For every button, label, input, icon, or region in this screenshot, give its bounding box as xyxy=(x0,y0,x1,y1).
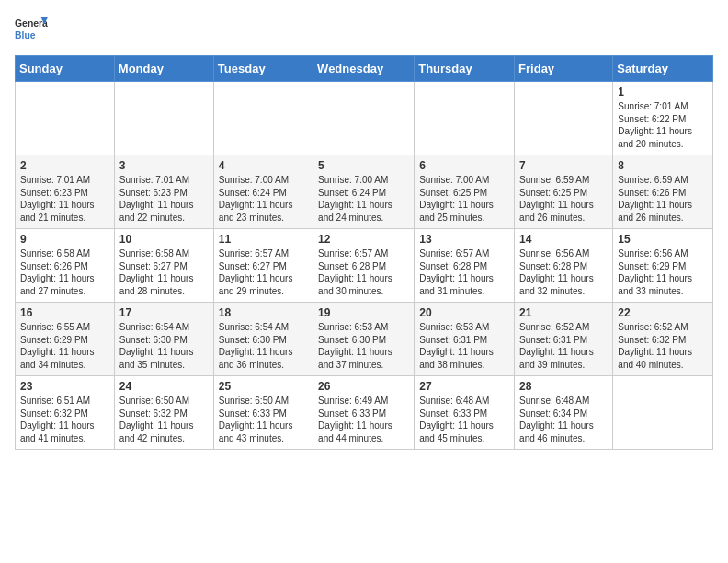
calendar-cell: 5Sunrise: 7:00 AM Sunset: 6:24 PM Daylig… xyxy=(313,155,415,229)
weekday-header-monday: Monday xyxy=(114,56,213,82)
week-row-1: 2Sunrise: 7:01 AM Sunset: 6:23 PM Daylig… xyxy=(16,155,713,229)
week-row-3: 16Sunrise: 6:55 AM Sunset: 6:29 PM Dayli… xyxy=(16,303,713,376)
calendar-cell xyxy=(613,376,713,450)
day-info: Sunrise: 6:51 AM Sunset: 6:32 PM Dayligh… xyxy=(20,395,109,444)
calendar-cell: 14Sunrise: 6:56 AM Sunset: 6:28 PM Dayli… xyxy=(515,229,613,303)
calendar-cell: 26Sunrise: 6:49 AM Sunset: 6:33 PM Dayli… xyxy=(313,376,415,450)
day-info: Sunrise: 6:59 AM Sunset: 6:25 PM Dayligh… xyxy=(519,174,608,224)
day-number: 19 xyxy=(318,306,409,319)
day-number: 5 xyxy=(318,159,409,172)
weekday-header-saturday: Saturday xyxy=(613,56,713,82)
calendar-cell xyxy=(213,82,313,155)
day-info: Sunrise: 6:57 AM Sunset: 6:28 PM Dayligh… xyxy=(419,247,509,297)
day-info: Sunrise: 6:48 AM Sunset: 6:33 PM Dayligh… xyxy=(419,395,509,444)
week-row-4: 23Sunrise: 6:51 AM Sunset: 6:32 PM Dayli… xyxy=(16,376,713,450)
day-number: 20 xyxy=(419,306,509,319)
calendar-cell xyxy=(515,82,613,155)
day-info: Sunrise: 6:57 AM Sunset: 6:27 PM Dayligh… xyxy=(219,247,308,297)
logo: General Blue xyxy=(15,15,48,44)
day-info: Sunrise: 6:52 AM Sunset: 6:32 PM Dayligh… xyxy=(618,321,708,371)
logo-icon: General Blue xyxy=(15,15,48,44)
day-info: Sunrise: 6:53 AM Sunset: 6:31 PM Dayligh… xyxy=(419,321,509,371)
day-info: Sunrise: 6:48 AM Sunset: 6:34 PM Dayligh… xyxy=(519,395,608,444)
calendar-cell xyxy=(114,82,213,155)
calendar-cell xyxy=(415,82,515,155)
day-number: 12 xyxy=(318,233,409,246)
day-number: 27 xyxy=(419,380,509,393)
weekday-header-tuesday: Tuesday xyxy=(213,56,313,82)
day-number: 22 xyxy=(618,306,708,319)
calendar-cell: 6Sunrise: 7:00 AM Sunset: 6:25 PM Daylig… xyxy=(415,155,515,229)
calendar-cell: 10Sunrise: 6:58 AM Sunset: 6:27 PM Dayli… xyxy=(114,229,213,303)
calendar-cell xyxy=(313,82,415,155)
calendar-cell: 4Sunrise: 7:00 AM Sunset: 6:24 PM Daylig… xyxy=(213,155,313,229)
calendar-cell: 17Sunrise: 6:54 AM Sunset: 6:30 PM Dayli… xyxy=(114,303,213,376)
weekday-header-wednesday: Wednesday xyxy=(313,56,415,82)
calendar-cell: 22Sunrise: 6:52 AM Sunset: 6:32 PM Dayli… xyxy=(613,303,713,376)
day-info: Sunrise: 6:58 AM Sunset: 6:27 PM Dayligh… xyxy=(119,247,209,297)
day-info: Sunrise: 6:58 AM Sunset: 6:26 PM Dayligh… xyxy=(20,247,109,297)
day-number: 13 xyxy=(419,233,509,246)
day-number: 4 xyxy=(219,159,308,172)
day-number: 16 xyxy=(20,306,109,319)
day-info: Sunrise: 7:01 AM Sunset: 6:23 PM Dayligh… xyxy=(20,174,109,224)
day-info: Sunrise: 7:00 AM Sunset: 6:25 PM Dayligh… xyxy=(419,174,509,224)
day-info: Sunrise: 7:01 AM Sunset: 6:23 PM Dayligh… xyxy=(119,174,209,224)
day-number: 18 xyxy=(219,306,308,319)
day-info: Sunrise: 6:57 AM Sunset: 6:28 PM Dayligh… xyxy=(318,247,409,297)
calendar-cell: 12Sunrise: 6:57 AM Sunset: 6:28 PM Dayli… xyxy=(313,229,415,303)
week-row-0: 1Sunrise: 7:01 AM Sunset: 6:22 PM Daylig… xyxy=(16,82,713,155)
day-number: 8 xyxy=(618,159,708,172)
day-number: 7 xyxy=(519,159,608,172)
day-info: Sunrise: 6:53 AM Sunset: 6:30 PM Dayligh… xyxy=(318,321,409,371)
calendar-cell: 24Sunrise: 6:50 AM Sunset: 6:32 PM Dayli… xyxy=(114,376,213,450)
day-number: 1 xyxy=(618,86,708,98)
day-info: Sunrise: 6:52 AM Sunset: 6:31 PM Dayligh… xyxy=(519,321,608,371)
day-info: Sunrise: 7:01 AM Sunset: 6:22 PM Dayligh… xyxy=(618,100,708,150)
day-number: 26 xyxy=(318,380,409,393)
day-number: 25 xyxy=(219,380,308,393)
day-info: Sunrise: 6:56 AM Sunset: 6:28 PM Dayligh… xyxy=(519,247,608,297)
calendar-cell: 25Sunrise: 6:50 AM Sunset: 6:33 PM Dayli… xyxy=(213,376,313,450)
day-info: Sunrise: 6:50 AM Sunset: 6:32 PM Dayligh… xyxy=(119,395,209,444)
day-number: 15 xyxy=(618,233,708,246)
day-number: 10 xyxy=(119,233,209,246)
day-info: Sunrise: 6:55 AM Sunset: 6:29 PM Dayligh… xyxy=(20,321,109,371)
day-info: Sunrise: 7:00 AM Sunset: 6:24 PM Dayligh… xyxy=(318,174,409,224)
page-header: General Blue xyxy=(15,15,713,44)
calendar-cell: 9Sunrise: 6:58 AM Sunset: 6:26 PM Daylig… xyxy=(16,229,115,303)
weekday-header-friday: Friday xyxy=(515,56,613,82)
day-number: 11 xyxy=(219,233,308,246)
weekday-header-sunday: Sunday xyxy=(16,56,115,82)
weekday-header-thursday: Thursday xyxy=(415,56,515,82)
week-row-2: 9Sunrise: 6:58 AM Sunset: 6:26 PM Daylig… xyxy=(16,229,713,303)
day-number: 9 xyxy=(20,233,109,246)
calendar-cell: 21Sunrise: 6:52 AM Sunset: 6:31 PM Dayli… xyxy=(515,303,613,376)
day-info: Sunrise: 6:59 AM Sunset: 6:26 PM Dayligh… xyxy=(618,174,708,224)
calendar-cell: 8Sunrise: 6:59 AM Sunset: 6:26 PM Daylig… xyxy=(613,155,713,229)
calendar-cell: 11Sunrise: 6:57 AM Sunset: 6:27 PM Dayli… xyxy=(213,229,313,303)
day-number: 23 xyxy=(20,380,109,393)
calendar-cell: 19Sunrise: 6:53 AM Sunset: 6:30 PM Dayli… xyxy=(313,303,415,376)
day-number: 21 xyxy=(519,306,608,319)
calendar-cell: 2Sunrise: 7:01 AM Sunset: 6:23 PM Daylig… xyxy=(16,155,115,229)
day-number: 3 xyxy=(119,159,209,172)
calendar-cell: 15Sunrise: 6:56 AM Sunset: 6:29 PM Dayli… xyxy=(613,229,713,303)
day-info: Sunrise: 7:00 AM Sunset: 6:24 PM Dayligh… xyxy=(219,174,308,224)
day-info: Sunrise: 6:54 AM Sunset: 6:30 PM Dayligh… xyxy=(219,321,308,371)
calendar-table: SundayMondayTuesdayWednesdayThursdayFrid… xyxy=(15,55,713,450)
day-number: 17 xyxy=(119,306,209,319)
calendar-cell: 16Sunrise: 6:55 AM Sunset: 6:29 PM Dayli… xyxy=(16,303,115,376)
day-info: Sunrise: 6:56 AM Sunset: 6:29 PM Dayligh… xyxy=(618,247,708,297)
day-number: 6 xyxy=(419,159,509,172)
calendar-cell: 3Sunrise: 7:01 AM Sunset: 6:23 PM Daylig… xyxy=(114,155,213,229)
svg-text:Blue: Blue xyxy=(15,30,36,40)
calendar-cell: 13Sunrise: 6:57 AM Sunset: 6:28 PM Dayli… xyxy=(415,229,515,303)
calendar-cell: 27Sunrise: 6:48 AM Sunset: 6:33 PM Dayli… xyxy=(415,376,515,450)
calendar-cell: 7Sunrise: 6:59 AM Sunset: 6:25 PM Daylig… xyxy=(515,155,613,229)
day-info: Sunrise: 6:50 AM Sunset: 6:33 PM Dayligh… xyxy=(219,395,308,444)
calendar-cell: 20Sunrise: 6:53 AM Sunset: 6:31 PM Dayli… xyxy=(415,303,515,376)
weekday-header-row: SundayMondayTuesdayWednesdayThursdayFrid… xyxy=(16,56,713,82)
calendar-cell: 23Sunrise: 6:51 AM Sunset: 6:32 PM Dayli… xyxy=(16,376,115,450)
calendar-cell: 18Sunrise: 6:54 AM Sunset: 6:30 PM Dayli… xyxy=(213,303,313,376)
